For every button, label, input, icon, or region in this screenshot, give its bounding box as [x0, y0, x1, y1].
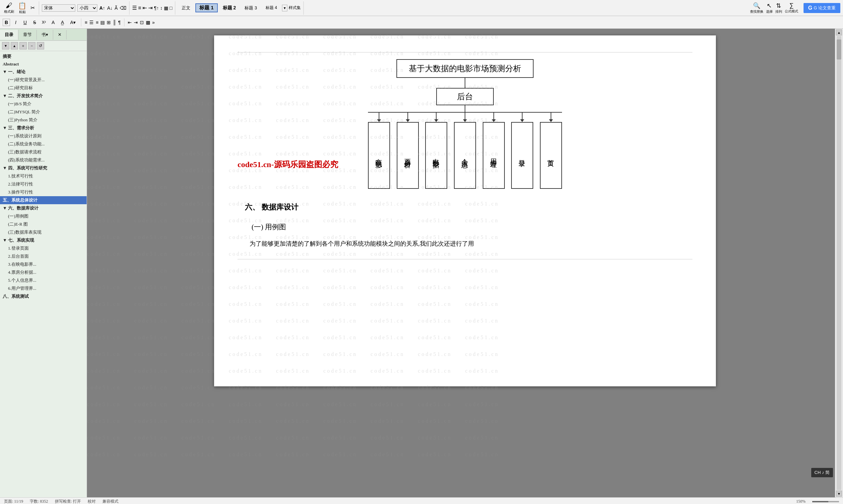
para-group: ☰ ≡ ⇤ ⇥ ¶↑ ↕ ▦ □: [132, 1, 175, 15]
tree-item-ch3-1[interactable]: (一)系统设计原则: [0, 132, 87, 140]
shading-btn[interactable]: ▦: [164, 5, 168, 11]
indent-increase-btn[interactable]: ⇥: [148, 5, 153, 11]
add-btn[interactable]: ＋: [19, 42, 27, 50]
ch-mode-button[interactable]: CH ♪ 简: [811, 468, 833, 477]
tab-toc[interactable]: 目录: [0, 30, 18, 40]
align-left-btn[interactable]: ≡: [85, 20, 87, 25]
cut-btn[interactable]: ✂: [29, 4, 36, 12]
tree-item-ch1-1[interactable]: (一)研究背景及开...: [0, 76, 87, 84]
tree-item-ch3-3[interactable]: (三)数据请求流程: [0, 148, 87, 156]
justify-btn[interactable]: ▤: [100, 20, 105, 25]
style-h3-btn[interactable]: 标题 3: [241, 4, 261, 12]
tree-item-ch3[interactable]: ▼ 三、需求分析: [0, 124, 87, 132]
format-brush-btn[interactable]: 🖌 格式刷: [3, 1, 15, 15]
tree-item-ch6[interactable]: ▼ 六、数据库设计: [0, 204, 87, 212]
table-btn[interactable]: ⊞: [107, 20, 111, 25]
tree-item-ch2[interactable]: ▼ 二、开发技术简介: [0, 92, 87, 100]
zoom-slider[interactable]: [812, 501, 839, 502]
align-center-btn[interactable]: ☰: [89, 20, 94, 25]
tree-item-ch2-3[interactable]: (三)Python 简介: [0, 116, 87, 124]
tree-item-ch7-2[interactable]: 2.后台首面: [0, 252, 87, 260]
find-replace-btn[interactable]: 🔍 查找替换: [750, 2, 763, 14]
body-text: 为了能够更加清楚的了解到各个用户和系统功能模块之间的关系,我们此次还进行了用: [238, 238, 692, 249]
scroll-up-btn[interactable]: ▲: [836, 30, 842, 35]
tree-item-ch6-3[interactable]: (三)数据库表实现: [0, 228, 87, 236]
increase-indent-btn2[interactable]: ⇥: [134, 20, 138, 25]
line-spacing-btn[interactable]: ↕: [160, 5, 162, 11]
remove-btn[interactable]: －: [28, 42, 35, 50]
content-area[interactable]: code51.cn code51.cn code51.cn code51.cn …: [87, 29, 843, 497]
border-btn[interactable]: □: [170, 5, 172, 11]
list-btn[interactable]: ☰: [132, 5, 137, 11]
page-count: 页面: 11/19: [4, 499, 23, 504]
tree-item-ch2-1[interactable]: (一)B/S 简介: [0, 100, 87, 108]
scroll-down-btn[interactable]: ▼: [836, 491, 842, 497]
tree-item-ch7-3[interactable]: 3.在映电影界...: [0, 260, 87, 268]
select-btn[interactable]: ↖ 选择: [766, 2, 773, 14]
refresh-btn[interactable]: ↺: [37, 42, 44, 50]
tree-item-ch4-2[interactable]: 2.法律可行性: [0, 180, 87, 188]
font-grow-btn[interactable]: A↑: [99, 5, 105, 11]
bold-btn[interactable]: B: [3, 19, 10, 26]
tree-item-ch8[interactable]: 八、系统测试: [0, 292, 87, 301]
tree-item-ch1[interactable]: ▼ 一、绪论: [0, 68, 87, 76]
para-mark-btn[interactable]: ¶: [118, 20, 121, 25]
tree-item-ch7[interactable]: ▼ 七、系统实现: [0, 236, 87, 244]
underline-btn[interactable]: U: [21, 19, 29, 26]
tree-item-ch7-5[interactable]: 5.个人信息界...: [0, 276, 87, 284]
font-shrink-btn[interactable]: A↓: [107, 5, 113, 11]
tree-item-ch7-4[interactable]: 4.票房分析据...: [0, 268, 87, 276]
clear-format-btn[interactable]: ⌫: [120, 5, 126, 11]
col-break-btn[interactable]: ║: [113, 20, 116, 25]
tree-item-ch4-1[interactable]: 1.技术可行性: [0, 172, 87, 180]
font-size-select[interactable]: 小四: [77, 4, 97, 12]
more-btn[interactable]: »: [152, 20, 155, 25]
branch-piaofangfenxi: 票房分析: [397, 113, 419, 189]
decrease-indent-btn2[interactable]: ⇤: [128, 20, 132, 25]
section6-heading: 六、 数据库设计: [238, 202, 692, 212]
g-review-button[interactable]: G G 论文查重: [804, 3, 840, 13]
char-shade-btn[interactable]: A▾: [68, 19, 78, 26]
tab-book[interactable]: 书▾: [37, 30, 53, 40]
tree-item-abstract[interactable]: 摘要: [0, 53, 87, 60]
branch-yonghuguanli: 用户管理: [483, 113, 505, 189]
sort-btn[interactable]: ⇅ 排列: [775, 2, 782, 14]
tab-chapter[interactable]: 章节: [18, 30, 37, 40]
tree-item-ch3-2[interactable]: (二)系统业务功能...: [0, 140, 87, 148]
align-right-btn[interactable]: ≡: [96, 20, 98, 25]
sidebar: 目录 章节 书▾ ✕ ▾ ▴ ＋ － ↺ 摘要 Abstract ▼ 一、绪论 …: [0, 29, 87, 497]
tree-item-ch7-6[interactable]: 6.用户管理界...: [0, 284, 87, 292]
tree-item-ch1-2[interactable]: (二)研究目标: [0, 84, 87, 92]
shading-btn2[interactable]: ▩: [146, 20, 150, 25]
style-normal-btn[interactable]: 正文: [178, 4, 194, 12]
tree-item-ch4[interactable]: ▼ 四、系统可行性研究: [0, 164, 87, 172]
indent-decrease-btn[interactable]: ⇤: [142, 5, 147, 11]
style-h2-btn[interactable]: 标题 2: [219, 4, 240, 12]
tree-item-ch2-2[interactable]: (二)MYSQL 简介: [0, 108, 87, 116]
style-h1-btn[interactable]: 标题 1: [195, 3, 218, 12]
ordered-list-btn[interactable]: ≡: [138, 5, 141, 11]
italic-btn[interactable]: I: [12, 19, 19, 26]
tree-item-ch6-1[interactable]: (一)用例图: [0, 212, 87, 220]
superscript-btn[interactable]: X²: [40, 19, 48, 26]
highlight-color-btn[interactable]: A̲: [59, 19, 66, 26]
formula-mode-btn[interactable]: ∑ 公式模式: [785, 2, 798, 14]
paste-btn[interactable]: 📋 粘贴: [17, 1, 28, 15]
font-family-select[interactable]: 宋体: [42, 4, 75, 12]
style-h4-btn[interactable]: 标题 4: [262, 4, 281, 12]
tab-close[interactable]: ✕: [53, 30, 67, 39]
para-special-btn[interactable]: ¶↑: [154, 5, 159, 11]
tree-item-ch3-4[interactable]: (四)系统功能需求...: [0, 156, 87, 164]
tree-item-ch7-1[interactable]: 1.登录页面: [0, 244, 87, 252]
font-color-btn[interactable]: A: [50, 19, 57, 26]
tree-item-ch4-3[interactable]: 3.操作可行性: [0, 188, 87, 196]
expand-btn[interactable]: ▴: [11, 42, 18, 50]
styles-dropdown-btn[interactable]: ▾: [282, 5, 287, 11]
tree-item-abstract-en[interactable]: Abstract: [0, 60, 87, 68]
strikethrough-btn[interactable]: S̶: [31, 19, 38, 26]
font-special-btn[interactable]: Ã: [115, 5, 117, 11]
tree-item-ch5[interactable]: 五、系统总体设计: [0, 196, 87, 204]
borders-btn[interactable]: ⊡: [140, 20, 144, 25]
collapse-btn[interactable]: ▾: [2, 42, 10, 50]
tree-item-ch6-2[interactable]: (二)E-R 图: [0, 220, 87, 228]
